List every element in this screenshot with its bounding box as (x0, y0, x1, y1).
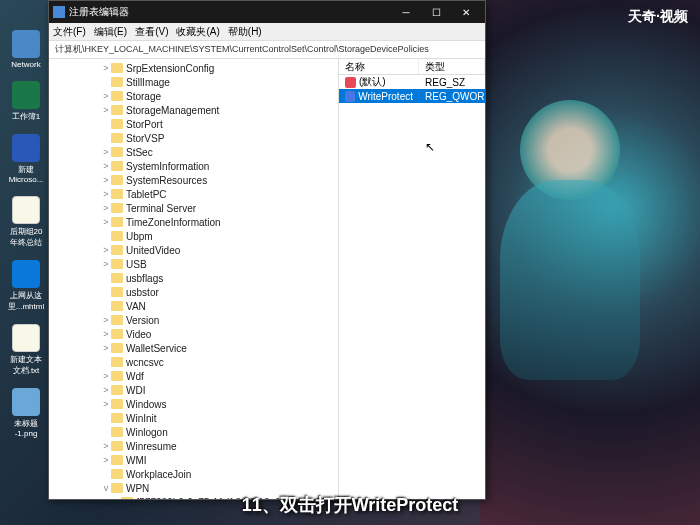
expand-icon[interactable]: > (101, 441, 111, 451)
tree-node[interactable]: >Storage (49, 89, 338, 103)
desktop-icon[interactable]: 未标题-1.png (4, 388, 48, 438)
video-subtitle: 11、双击打开WriteProtect (242, 493, 459, 517)
expand-icon[interactable]: > (101, 91, 111, 101)
tree-node[interactable]: StillImage (49, 75, 338, 89)
registry-value-row[interactable]: WriteProtectREG_QWORD (339, 89, 485, 103)
expand-icon[interactable]: > (101, 189, 111, 199)
expand-icon[interactable]: > (101, 217, 111, 227)
tree-node[interactable]: StorVSP (49, 131, 338, 145)
minimize-button[interactable]: ─ (391, 1, 421, 23)
tree-pane[interactable]: >SrpExtensionConfigStillImage>Storage>St… (49, 59, 339, 499)
tree-label: usbstor (126, 287, 159, 298)
tree-label: usbflags (126, 273, 163, 284)
icon-label: 未标题-1.png (14, 418, 38, 438)
tree-node[interactable]: wcncsvc (49, 355, 338, 369)
menu-item[interactable]: 收藏夹(A) (176, 25, 219, 39)
expand-icon[interactable]: > (101, 343, 111, 353)
expand-icon[interactable]: > (101, 105, 111, 115)
folder-icon (111, 329, 123, 339)
expand-icon[interactable]: > (101, 259, 111, 269)
menu-item[interactable]: 文件(F) (53, 25, 86, 39)
icon-label: 新建Microso... (9, 164, 44, 184)
tree-node[interactable]: >Video (49, 327, 338, 341)
tree-node[interactable]: VAN (49, 299, 338, 313)
tree-node[interactable]: >TabletPC (49, 187, 338, 201)
tree-node[interactable]: >Version (49, 313, 338, 327)
tree-label: StorVSP (126, 133, 164, 144)
tree-node[interactable]: Ubpm (49, 229, 338, 243)
expand-icon[interactable]: > (101, 315, 111, 325)
tree-node[interactable]: StorPort (49, 117, 338, 131)
tree-node[interactable]: >TimeZoneInformation (49, 215, 338, 229)
tree-node[interactable]: >USB (49, 257, 338, 271)
menu-item[interactable]: 查看(V) (135, 25, 168, 39)
value-name: WriteProtect (358, 91, 413, 102)
expand-icon[interactable]: v (101, 483, 111, 493)
header-type[interactable]: 类型 (419, 59, 485, 74)
folder-icon (111, 357, 123, 367)
folder-icon (111, 427, 123, 437)
tree-label: StorageManagement (126, 105, 219, 116)
value-type: REG_QWORD (419, 91, 485, 102)
folder-icon (111, 301, 123, 311)
video-watermark: 天奇·视频 (628, 8, 688, 26)
folder-icon (111, 399, 123, 409)
tree-node[interactable]: >SystemResources (49, 173, 338, 187)
expand-icon[interactable]: > (101, 371, 111, 381)
tree-node[interactable]: usbflags (49, 271, 338, 285)
icon-label: 后期组20年终总结 (10, 226, 43, 248)
window-titlebar[interactable]: 注册表编辑器 ─ ☐ ✕ (49, 1, 485, 23)
folder-icon (111, 315, 123, 325)
tree-node[interactable]: Winlogon (49, 425, 338, 439)
expand-icon[interactable]: > (101, 63, 111, 73)
desktop-icon[interactable]: Network (4, 30, 48, 69)
tree-node[interactable]: >Winresume (49, 439, 338, 453)
values-pane[interactable]: 名称 类型 (默认)REG_SZWriteProtectREG_QWORD (339, 59, 485, 499)
value-name: (默认) (359, 75, 386, 89)
expand-icon[interactable]: > (101, 161, 111, 171)
menu-item[interactable]: 编辑(E) (94, 25, 127, 39)
tree-node[interactable]: WinInit (49, 411, 338, 425)
menu-item[interactable]: 帮助(H) (228, 25, 262, 39)
maximize-button[interactable]: ☐ (421, 1, 451, 23)
tree-node[interactable]: >Wdf (49, 369, 338, 383)
desktop-icon[interactable]: 后期组20年终总结 (4, 196, 48, 248)
tree-label: TabletPC (126, 189, 167, 200)
tree-node[interactable]: >WDI (49, 383, 338, 397)
expand-icon[interactable]: > (101, 203, 111, 213)
header-name[interactable]: 名称 (339, 59, 419, 74)
desktop-icon[interactable]: 工作簿1 (4, 81, 48, 122)
tree-label: UnitedVideo (126, 245, 180, 256)
expand-icon[interactable]: > (101, 329, 111, 339)
desktop-icon[interactable]: 新建Microso... (4, 134, 48, 184)
tree-node[interactable]: >Terminal Server (49, 201, 338, 215)
expand-icon[interactable]: > (101, 455, 111, 465)
expand-icon[interactable]: > (101, 175, 111, 185)
tree-node[interactable]: usbstor (49, 285, 338, 299)
folder-icon (111, 147, 123, 157)
tree-node[interactable]: WorkplaceJoin (49, 467, 338, 481)
close-button[interactable]: ✕ (451, 1, 481, 23)
registry-value-row[interactable]: (默认)REG_SZ (339, 75, 485, 89)
folder-icon (111, 469, 123, 479)
folder-icon (111, 161, 123, 171)
address-bar[interactable]: 计算机\HKEY_LOCAL_MACHINE\SYSTEM\CurrentCon… (49, 41, 485, 59)
tree-node[interactable]: >SystemInformation (49, 159, 338, 173)
expand-icon[interactable]: > (101, 245, 111, 255)
folder-icon (111, 273, 123, 283)
tree-node[interactable]: >StSec (49, 145, 338, 159)
tree-node[interactable]: >WMI (49, 453, 338, 467)
tree-node[interactable]: >SrpExtensionConfig (49, 61, 338, 75)
expand-icon[interactable]: > (101, 385, 111, 395)
tree-node[interactable]: >WalletService (49, 341, 338, 355)
tree-node[interactable]: >Windows (49, 397, 338, 411)
tree-node[interactable]: >UnitedVideo (49, 243, 338, 257)
desktop-icons-column: Network工作簿1新建Microso...后期组20年终总结上网从这里...… (4, 30, 52, 438)
desktop-icon[interactable]: 新建文本文档.txt (4, 324, 48, 376)
folder-icon (111, 189, 123, 199)
expand-icon[interactable]: > (101, 399, 111, 409)
tree-label: SystemInformation (126, 161, 209, 172)
tree-node[interactable]: >StorageManagement (49, 103, 338, 117)
expand-icon[interactable]: > (101, 147, 111, 157)
desktop-icon[interactable]: 上网从这里...mhtml (4, 260, 48, 312)
